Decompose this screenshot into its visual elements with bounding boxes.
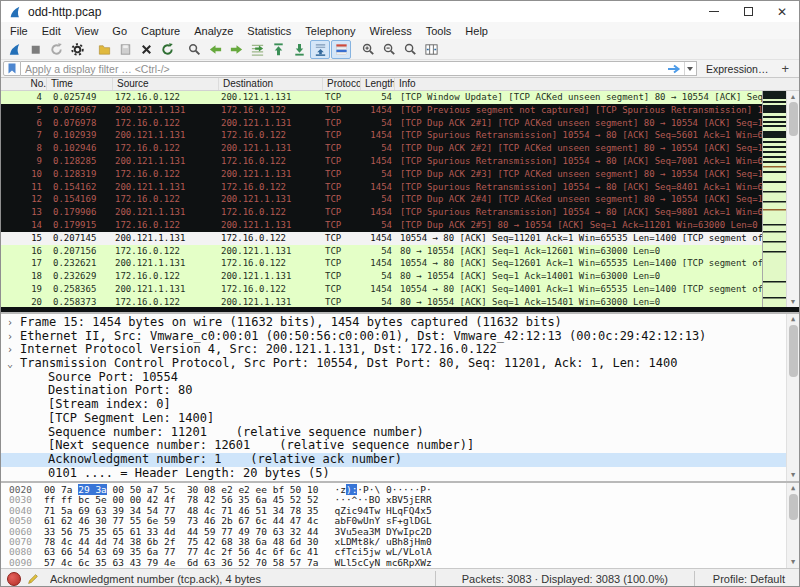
detail-line[interactable]: ›Internet Protocol Version 4, Src: 200.1… [1,343,799,357]
column-header-info[interactable]: Info [395,78,799,90]
capture-options-button[interactable] [67,40,87,59]
maximize-button[interactable] [731,1,765,22]
packet-row[interactable]: 4 0.025749 172.16.0.122 200.121.1.131 TC… [1,91,762,104]
column-header-time[interactable]: Time [47,78,113,90]
packet-row[interactable]: 17 0.232621 200.121.1.131 172.16.0.122 T… [1,257,762,270]
detail-line[interactable]: 0101 .... = Header Length: 20 bytes (5) [1,467,799,481]
packet-row[interactable]: 9 0.128285 200.121.1.131 172.16.0.122 TC… [1,155,762,168]
colorize-packets-button[interactable] [331,40,351,59]
detail-line[interactable]: Acknowledgment number: 1 (relative ack n… [1,453,799,467]
hex-scrollbar[interactable]: ▲ ▼ [786,483,799,568]
menu-item[interactable]: File [3,24,35,38]
packet-row[interactable]: 11 0.154162 200.121.1.131 172.16.0.122 T… [1,181,762,194]
scrollbar-thumb[interactable] [789,494,798,520]
close-button[interactable]: ✕ [765,1,799,22]
packet-row[interactable]: 5 0.076967 200.121.1.131 172.16.0.122 TC… [1,104,762,117]
menu-item[interactable]: Telephony [298,24,362,38]
menu-item[interactable]: Capture [134,24,187,38]
detail-line[interactable]: Sequence number: 11201 (relative sequenc… [1,426,799,440]
resize-columns-button[interactable] [421,40,441,59]
menu-item[interactable]: Edit [35,24,68,38]
go-first-packet-button[interactable] [268,40,288,59]
menu-item[interactable]: Wireless [363,24,419,38]
menu-item[interactable]: Analyze [187,24,240,38]
packet-row[interactable]: 7 0.102939 200.121.1.131 172.16.0.122 TC… [1,129,762,142]
minimize-button[interactable] [697,1,731,22]
expander-icon[interactable] [35,439,48,453]
packet-row[interactable]: 12 0.154169 172.16.0.122 200.121.1.131 T… [1,193,762,206]
menu-item[interactable]: Tools [419,24,459,38]
go-forward-button[interactable] [226,40,246,59]
close-file-button[interactable] [136,40,156,59]
expander-icon[interactable] [35,426,48,440]
scrollbar-thumb[interactable] [789,325,798,377]
expander-icon[interactable]: ⌄ [7,357,20,371]
detail-line[interactable]: [Stream index: 0] [1,398,799,412]
zoom-out-button[interactable] [379,40,399,59]
expander-icon[interactable] [35,453,48,467]
apply-filter-button[interactable] [664,62,684,75]
packet-row[interactable]: 16 0.207156 172.16.0.122 200.121.1.131 T… [1,245,762,258]
detail-line[interactable]: ⌄Transmission Control Protocol, Src Port… [1,357,799,371]
detail-line[interactable]: [TCP Segment Len: 1400] [1,412,799,426]
column-header-source[interactable]: Source [113,78,219,90]
detail-scrollbar[interactable]: ▲ ▼ [786,314,799,481]
start-capture-button[interactable] [4,40,24,59]
expander-icon[interactable] [35,412,48,426]
restart-capture-button[interactable] [46,40,66,59]
save-file-button[interactable] [115,40,135,59]
filter-history-dropdown[interactable] [684,62,696,75]
menu-item[interactable]: Go [105,24,134,38]
menu-item[interactable]: Help [458,24,495,38]
zoom-original-button[interactable] [400,40,420,59]
profile-status[interactable]: Profile: Default [695,571,799,587]
expander-icon[interactable] [35,398,48,412]
packet-row[interactable]: 6 0.076978 172.16.0.122 200.121.1.131 TC… [1,117,762,130]
packet-row[interactable]: 18 0.232629 172.16.0.122 200.121.1.131 T… [1,270,762,283]
detail-line[interactable]: [Next sequence number: 12601 (relative s… [1,439,799,453]
hex-row[interactable]: 009057 4c 6c 35 63 43 79 4e 6d 63 36 52 … [1,558,799,568]
packet-row[interactable]: 15 0.207145 200.121.1.131 172.16.0.122 T… [1,232,762,245]
intelligent-scrollbar-minimap[interactable] [762,91,786,307]
add-filter-button[interactable]: + [777,61,797,76]
filter-bookmark-button[interactable] [3,61,21,76]
auto-scroll-button[interactable] [310,40,330,59]
expander-icon[interactable] [35,371,48,385]
packet-row[interactable]: 14 0.179915 172.16.0.122 200.121.1.131 T… [1,219,762,232]
column-header-protocol[interactable]: Protocol [323,78,361,90]
expander-icon[interactable] [35,467,48,481]
column-header-length[interactable]: Length [361,78,395,90]
go-last-packet-button[interactable] [289,40,309,59]
expander-icon[interactable]: › [7,316,20,330]
packet-row[interactable]: 8 0.102946 172.16.0.122 200.121.1.131 TC… [1,142,762,155]
expression-button[interactable]: Expression… [697,63,777,75]
expander-icon[interactable]: › [7,330,20,344]
menu-item[interactable]: View [68,24,106,38]
detail-line[interactable]: ›Frame 15: 1454 bytes on wire (11632 bit… [1,316,799,330]
capture-comment-icon[interactable] [26,572,40,586]
column-header-destination[interactable]: Destination [219,78,323,90]
detail-line[interactable]: ›Ethernet II, Src: Vmware_c0:00:01 (00:5… [1,330,799,344]
expander-icon[interactable]: › [7,343,20,357]
scrollbar-thumb[interactable] [789,102,798,136]
zoom-in-button[interactable] [358,40,378,59]
find-packet-button[interactable] [184,40,204,59]
packet-row[interactable]: 10 0.128319 172.16.0.122 200.121.1.131 T… [1,168,762,181]
display-filter-input[interactable] [21,62,664,75]
expander-icon[interactable] [35,384,48,398]
expert-info-button[interactable] [7,572,21,586]
reload-file-button[interactable] [157,40,177,59]
stop-capture-button[interactable] [25,40,45,59]
detail-line[interactable]: Source Port: 10554 [1,371,799,385]
packet-row[interactable]: 13 0.179906 200.121.1.131 172.16.0.122 T… [1,206,762,219]
go-back-button[interactable] [205,40,225,59]
column-header-no[interactable]: No. [1,78,47,90]
packet-row[interactable]: 19 0.258365 200.121.1.131 172.16.0.122 T… [1,283,762,296]
packet-list-scrollbar[interactable]: ▲ ▼ [786,91,799,307]
open-file-button[interactable] [94,40,114,59]
cell-destination: 172.16.0.122 [219,155,323,168]
detail-line[interactable]: Destination Port: 80 [1,384,799,398]
go-to-packet-button[interactable] [247,40,267,59]
menu-item[interactable]: Statistics [240,24,298,38]
packet-row[interactable]: 20 0.258373 172.16.0.122 200.121.1.131 T… [1,296,762,307]
